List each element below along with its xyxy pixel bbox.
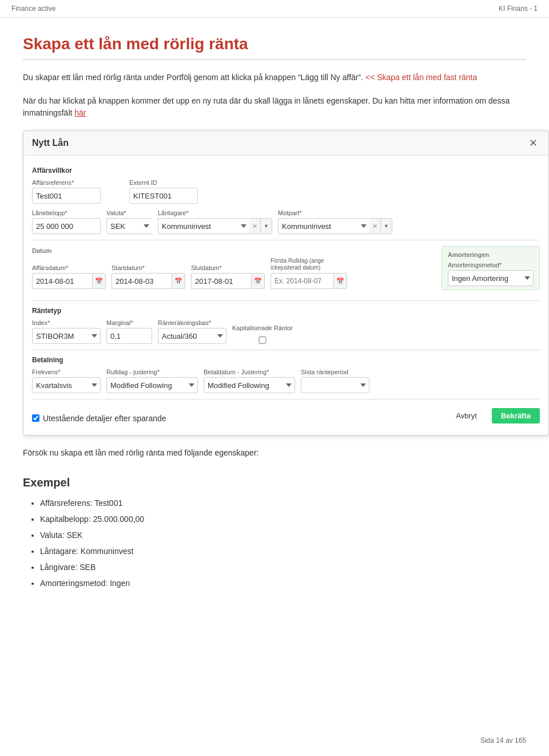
forsta-rulldag-input[interactable] — [270, 273, 333, 289]
affarsdatum-input-container: 📅 — [32, 273, 106, 289]
list-item: Låntagare: Kommuninvest — [40, 543, 526, 559]
sista-ranteperiod-group: Sista ränteperiod — [301, 369, 369, 393]
motpart-clear-button[interactable]: ✕ — [369, 218, 381, 234]
valuta-select[interactable]: SEK — [106, 218, 152, 234]
list-item: Långivare: SEB — [40, 559, 526, 575]
affarsdatum-label: Affärsdatum* — [32, 264, 106, 271]
lantagare-select[interactable]: Kommuninvest — [158, 218, 249, 234]
frekvens-group: Frekvens* Kvartalsvis — [32, 369, 101, 393]
new-loan-modal: Nytt Lån ✕ Affärsvillkor Affärsreferens*… — [23, 130, 549, 436]
motpart-select[interactable]: Kommuninvest — [278, 218, 369, 234]
kapitaliserade-rantor-group: Kapitaliserade Räntor — [232, 324, 293, 344]
divider-1 — [32, 240, 540, 240]
here-link[interactable]: här — [74, 108, 86, 117]
rantetyp-row: Index* STIBOR3M Marginal* Ränte — [32, 319, 540, 344]
motpart-dropdown-button[interactable]: ▼ — [381, 218, 392, 234]
cancel-button[interactable]: Avbryt — [447, 408, 486, 423]
utestående-checkbox[interactable] — [32, 414, 39, 422]
slutdatum-input[interactable] — [191, 273, 251, 289]
ranterakningsbas-label: Ränteräkningsbas* — [158, 319, 226, 326]
amorteringsmetod-select[interactable]: Ingen Amortering — [448, 270, 534, 286]
affarsdatum-group: Affärsdatum* 📅 — [32, 264, 106, 289]
lantagare-dropdown-button[interactable]: ▼ — [261, 218, 272, 234]
slutdatum-calendar-icon[interactable]: 📅 — [251, 273, 265, 289]
back-link[interactable]: << Skapa ett lån med fast ränta — [365, 73, 477, 82]
kapitaliserade-rantor-label: Kapitaliserade Räntor — [232, 324, 293, 331]
divider-3 — [32, 350, 540, 350]
betaldatum-justering-group: Betaldatum - Justering* Modified Followi… — [204, 369, 295, 393]
affarsvillkor-label: Affärsvillkor — [32, 167, 540, 175]
externt-id-group: Externt ID — [129, 179, 198, 204]
modal-body: Affärsvillkor Affärsreferens* Externt ID — [23, 156, 548, 435]
lantagare-clear-button[interactable]: ✕ — [249, 218, 261, 234]
datum-amortering-row: Datum Affärsdatum* 📅 — [32, 246, 540, 295]
index-select[interactable]: STIBOR3M — [32, 328, 101, 344]
rantetyp-label: Räntetyp — [32, 307, 540, 315]
lantagare-label: Låntagare* — [158, 209, 272, 216]
example-section: Exempel Affärsreferens: Test001 Kapitalb… — [23, 476, 526, 591]
checkbox-row: Utestående detaljer efter sparande — [32, 414, 166, 423]
datum-label: Datum — [32, 247, 433, 254]
externt-id-input[interactable] — [129, 188, 198, 204]
affarsreferens-label: Affärsreferens* — [32, 179, 101, 186]
startdatum-label: Startdatum* — [112, 264, 185, 271]
page-number: Sida 14 av 165 — [480, 737, 526, 745]
forsta-rulldag-label: Första Rulldag (ange ickejusterad datum) — [270, 258, 339, 271]
top-bar: Finance active KI Finans - 1 — [0, 0, 549, 18]
intro-paragraph: Du skapar ett lån med rörlig ränta under… — [23, 72, 526, 84]
divider-4 — [32, 399, 540, 399]
rulldag-justering-group: Rulldag - justering* Modified Following — [106, 369, 198, 393]
lanebelopp-group: Lånebelopp* — [32, 209, 101, 234]
confirm-button[interactable]: Bekräfta — [492, 408, 540, 423]
valuta-group: Valuta* SEK — [106, 209, 152, 234]
main-content: Skapa ett lån med rörlig ränta Du skapar… — [0, 18, 549, 608]
valuta-label: Valuta* — [106, 209, 152, 216]
modal-header: Nytt Lån ✕ — [23, 131, 548, 156]
example-list: Affärsreferens: Test001 Kapitalbelopp: 2… — [23, 495, 526, 591]
slutdatum-label: Slutdatum* — [191, 264, 265, 271]
example-heading: Exempel — [23, 476, 526, 489]
page-title: Skapa ett lån med rörlig ränta — [23, 35, 526, 60]
datum-fields-row: Affärsdatum* 📅 Startdatum* — [32, 258, 433, 289]
system-name: KI Finans - 1 — [499, 5, 538, 13]
motpart-label: Motpart* — [278, 209, 392, 216]
utestående-label: Utestående detaljer efter sparande — [43, 414, 166, 423]
lantagare-group: Låntagare* Kommuninvest ✕ ▼ — [158, 209, 272, 234]
sista-ranteperiod-select[interactable] — [301, 377, 369, 393]
externt-id-label: Externt ID — [129, 179, 198, 186]
amorteringsmetod-label: Amorteringsmetod* — [448, 262, 534, 268]
list-item: Amorteringsmetod: Ingen — [40, 575, 526, 591]
modal-footer-row: Utestående detaljer efter sparande Avbry… — [32, 405, 540, 426]
frekvens-label: Frekvens* — [32, 369, 101, 375]
lanebelopp-input[interactable] — [32, 218, 101, 234]
motpart-select-container: Kommuninvest ✕ ▼ — [278, 218, 392, 234]
startdatum-input-container: 📅 — [112, 273, 185, 289]
affarsdatum-calendar-icon[interactable]: 📅 — [92, 273, 106, 289]
ranterakningsbas-select[interactable]: Actual/360 — [158, 328, 226, 344]
slutdatum-group: Slutdatum* 📅 — [191, 264, 265, 289]
rulldag-justering-select[interactable]: Modified Following — [106, 377, 198, 393]
rulldag-justering-label: Rulldag - justering* — [106, 369, 198, 375]
betalning-row: Frekvens* Kvartalsvis Rulldag - justerin… — [32, 369, 540, 393]
modal-close-button[interactable]: ✕ — [527, 137, 540, 149]
slutdatum-input-container: 📅 — [191, 273, 265, 289]
frekvens-select[interactable]: Kvartalsvis — [32, 377, 101, 393]
forsta-rulldag-group: Första Rulldag (ange ickejusterad datum)… — [270, 258, 347, 289]
amorteringen-label: Amorteringen — [448, 251, 534, 258]
tryit-intro: Försök nu skapa ett lån med rörlig ränta… — [23, 447, 526, 459]
startdatum-calendar-icon[interactable]: 📅 — [172, 273, 185, 289]
lantagare-select-container: Kommuninvest ✕ ▼ — [158, 218, 272, 234]
marginal-input[interactable] — [106, 328, 152, 344]
datum-section: Datum Affärsdatum* 📅 — [32, 246, 433, 295]
affarsreferens-input[interactable] — [32, 188, 101, 204]
startdatum-input[interactable] — [112, 273, 172, 289]
kapitaliserade-rantor-checkbox[interactable] — [232, 337, 293, 344]
index-label: Index* — [32, 319, 101, 326]
page-footer: Sida 14 av 165 — [480, 737, 526, 745]
forsta-rulldag-calendar-icon[interactable]: 📅 — [333, 273, 347, 289]
forsta-rulldag-input-container: 📅 — [270, 273, 347, 289]
betaldatum-justering-label: Betaldatum - Justering* — [204, 369, 295, 375]
motpart-group: Motpart* Kommuninvest ✕ ▼ — [278, 209, 392, 234]
affarsdatum-input[interactable] — [32, 273, 92, 289]
betaldatum-justering-select[interactable]: Modified Following — [204, 377, 295, 393]
